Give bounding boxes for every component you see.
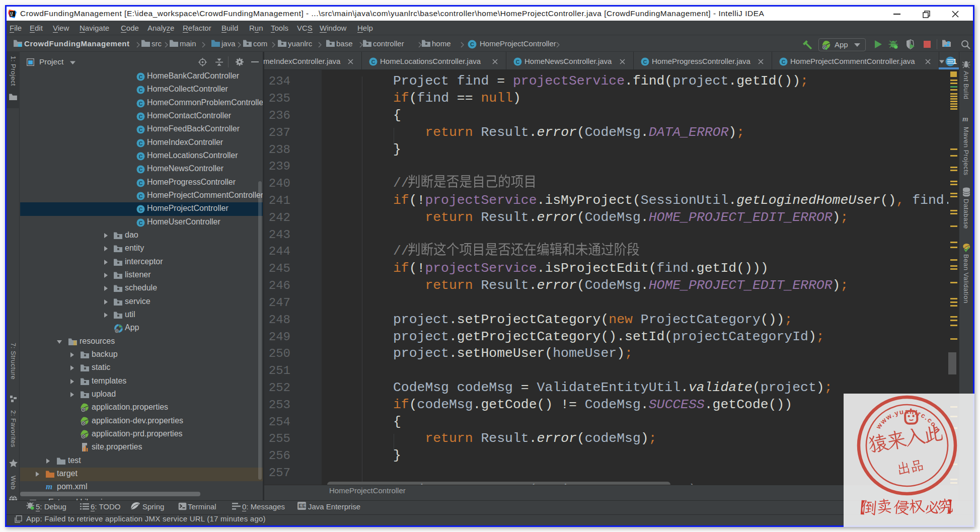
svg-text:C: C — [782, 59, 786, 65]
svg-text:C: C — [139, 154, 143, 160]
svg-text:C: C — [139, 114, 143, 120]
svg-text:C: C — [139, 101, 143, 107]
svg-text:C: C — [139, 167, 143, 173]
svg-text:C: C — [516, 59, 520, 65]
svg-text:C: C — [139, 193, 143, 199]
svg-text:C: C — [470, 41, 474, 47]
svg-text:C: C — [139, 180, 143, 186]
svg-text:C: C — [139, 220, 143, 226]
svg-text:C: C — [643, 59, 647, 65]
svg-text:C: C — [371, 59, 375, 65]
svg-text:C: C — [139, 140, 143, 146]
svg-text:IJ: IJ — [10, 12, 13, 15]
svg-text:C: C — [139, 206, 143, 212]
svg-text:C: C — [139, 74, 143, 80]
svg-text:C: C — [139, 87, 143, 93]
svg-text:C: C — [139, 127, 143, 133]
